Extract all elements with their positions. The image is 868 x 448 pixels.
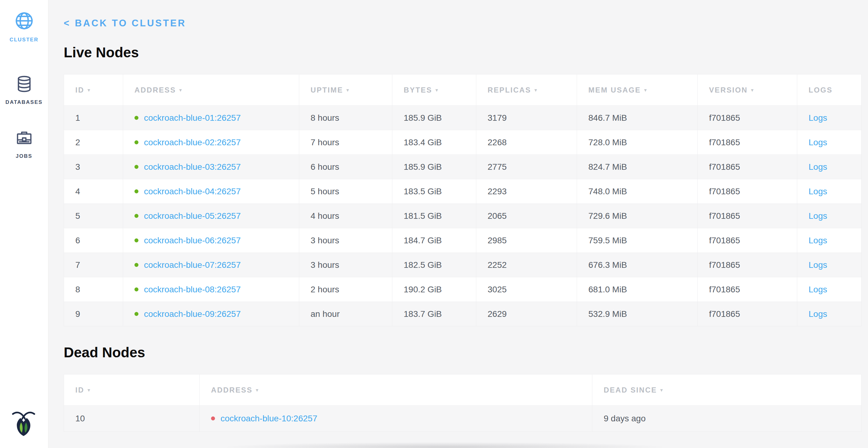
logs-link[interactable]: Logs	[809, 113, 827, 123]
sidebar-item-jobs[interactable]: Jobs	[0, 129, 48, 159]
cell-uptime: 5 hours	[299, 179, 392, 204]
cell-id: 9	[64, 302, 123, 326]
node-address-link[interactable]: cockroach-blue-03:26257	[144, 162, 241, 172]
cell-bytes: 190.2 GiB	[392, 277, 476, 302]
node-address-link[interactable]: cockroach-blue-05:26257	[144, 211, 241, 221]
main-content: <Back to Cluster Live Nodes ID▾Address▾U…	[64, 0, 861, 432]
cell-bytes: 184.7 GiB	[392, 228, 476, 253]
cell-bytes: 183.4 GiB	[392, 130, 476, 155]
table-row: 10cockroach-blue-10:262579 days ago	[64, 406, 862, 432]
sidebar-item-databases[interactable]: Databases	[0, 75, 48, 106]
cell-id: 4	[64, 179, 123, 204]
node-status-dot-icon	[134, 312, 138, 316]
column-header-address[interactable]: Address▾	[123, 74, 299, 106]
cell-uptime: 7 hours	[299, 130, 392, 155]
cell-uptime: 4 hours	[299, 204, 392, 228]
cell-bytes: 181.5 GiB	[392, 204, 476, 228]
table-row: 1cockroach-blue-01:262578 hours185.9 GiB…	[64, 106, 862, 130]
node-status-dot-icon	[134, 263, 138, 267]
node-address-link[interactable]: cockroach-blue-10:26257	[220, 414, 317, 423]
table-row: 9cockroach-blue-09:26257an hour183.7 GiB…	[64, 302, 862, 326]
column-header-id[interactable]: ID▾	[64, 375, 200, 406]
back-to-cluster-link[interactable]: <Back to Cluster	[64, 18, 186, 29]
cell-uptime: an hour	[299, 302, 392, 326]
cell-logs: Logs	[797, 106, 862, 130]
node-status-dot-icon	[134, 140, 138, 144]
briefcase-icon	[15, 129, 33, 148]
node-address-link[interactable]: cockroach-blue-08:26257	[144, 285, 241, 294]
live-nodes-table: ID▾Address▾Uptime▾Bytes▾Replicas▾Mem Usa…	[64, 74, 862, 326]
sort-arrow-icon: ▾	[180, 87, 183, 93]
cell-id: 3	[64, 155, 123, 179]
cell-address: cockroach-blue-01:26257	[123, 106, 299, 130]
cell-address: cockroach-blue-08:26257	[123, 277, 299, 302]
logs-link[interactable]: Logs	[809, 211, 827, 221]
column-header-id[interactable]: ID▾	[64, 74, 123, 106]
back-chevron-icon: <	[64, 18, 71, 29]
logs-link[interactable]: Logs	[809, 309, 827, 319]
node-address-link[interactable]: cockroach-blue-02:26257	[144, 138, 241, 147]
cell-version: f701865	[698, 277, 797, 302]
cell-id: 7	[64, 253, 123, 277]
cell-bytes: 185.9 GiB	[392, 155, 476, 179]
sort-arrow-icon: ▾	[256, 387, 259, 392]
table-row: 8cockroach-blue-08:262572 hours190.2 GiB…	[64, 277, 862, 302]
logs-link[interactable]: Logs	[809, 187, 827, 196]
cell-id: 6	[64, 228, 123, 253]
column-header-bytes[interactable]: Bytes▾	[392, 74, 476, 106]
cell-address: cockroach-blue-09:26257	[123, 302, 299, 326]
sort-arrow-icon: ▾	[88, 387, 91, 392]
cell-version: f701865	[698, 228, 797, 253]
table-header-row: ID▾Address▾Dead Since▾	[64, 375, 862, 406]
node-address-link[interactable]: cockroach-blue-04:26257	[144, 187, 241, 196]
cell-logs: Logs	[797, 155, 862, 179]
node-address-link[interactable]: cockroach-blue-07:26257	[144, 260, 241, 270]
node-address-link[interactable]: cockroach-blue-01:26257	[144, 113, 241, 123]
sidebar-item-cluster[interactable]: Cluster	[0, 11, 48, 43]
cell-dead_since: 9 days ago	[592, 406, 862, 432]
cell-logs: Logs	[797, 130, 862, 155]
cell-logs: Logs	[797, 277, 862, 302]
sidebar-item-label: Cluster	[9, 37, 38, 43]
cell-bytes: 183.7 GiB	[392, 302, 476, 326]
cell-address: cockroach-blue-03:26257	[123, 155, 299, 179]
sort-arrow-icon: ▾	[436, 87, 439, 93]
cell-logs: Logs	[797, 228, 862, 253]
sidebar-item-label: Databases	[5, 99, 42, 106]
live-nodes-title: Live Nodes	[64, 44, 861, 61]
cell-replicas: 2268	[476, 130, 577, 155]
cell-logs: Logs	[797, 253, 862, 277]
table-row: 3cockroach-blue-03:262576 hours185.9 GiB…	[64, 155, 862, 179]
cell-mem_usage: 748.0 MiB	[577, 179, 698, 204]
cell-id: 2	[64, 130, 123, 155]
column-header-dead_since[interactable]: Dead Since▾	[592, 375, 862, 406]
cell-id: 1	[64, 106, 123, 130]
column-header-uptime[interactable]: Uptime▾	[299, 74, 392, 106]
column-header-replicas[interactable]: Replicas▾	[476, 74, 577, 106]
logs-link[interactable]: Logs	[809, 138, 827, 147]
node-address-link[interactable]: cockroach-blue-06:26257	[144, 236, 241, 245]
sort-arrow-icon: ▾	[534, 87, 537, 93]
sidebar: Cluster Databases Jobs	[0, 0, 49, 448]
node-address-link[interactable]: cockroach-blue-09:26257	[144, 309, 241, 319]
column-header-address[interactable]: Address▾	[200, 375, 592, 406]
sort-arrow-icon: ▾	[751, 87, 754, 93]
cell-version: f701865	[698, 130, 797, 155]
cell-address: cockroach-blue-04:26257	[123, 179, 299, 204]
cell-version: f701865	[698, 204, 797, 228]
logs-link[interactable]: Logs	[809, 285, 827, 294]
cell-address: cockroach-blue-05:26257	[123, 204, 299, 228]
logs-link[interactable]: Logs	[809, 260, 827, 270]
logs-link[interactable]: Logs	[809, 236, 827, 245]
logs-link[interactable]: Logs	[809, 162, 827, 172]
cell-mem_usage: 676.3 MiB	[577, 253, 698, 277]
cell-replicas: 2629	[476, 302, 577, 326]
column-header-logs: Logs	[797, 74, 862, 106]
node-status-dot-icon	[134, 214, 138, 218]
cell-version: f701865	[698, 179, 797, 204]
cell-version: f701865	[698, 106, 797, 130]
table-row: 5cockroach-blue-05:262574 hours181.5 GiB…	[64, 204, 862, 228]
column-header-mem_usage[interactable]: Mem Usage▾	[577, 74, 698, 106]
sort-arrow-icon: ▾	[660, 387, 663, 392]
column-header-version[interactable]: Version▾	[698, 74, 797, 106]
